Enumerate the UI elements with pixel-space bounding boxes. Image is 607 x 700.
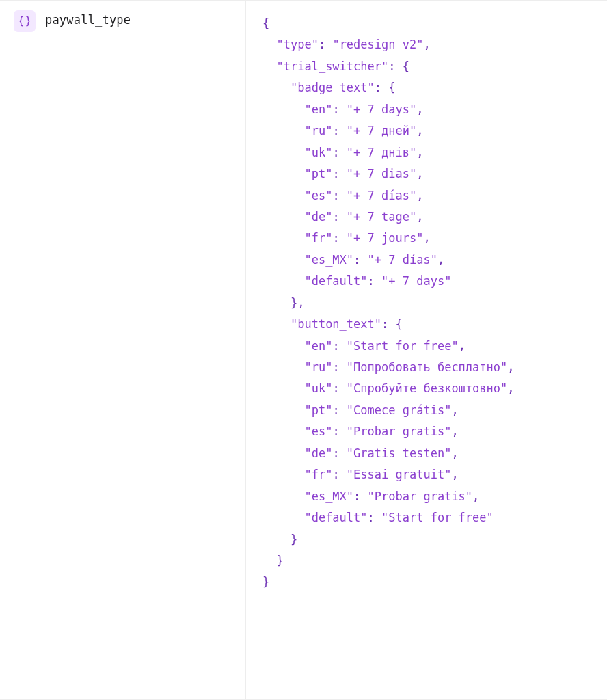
config-key: paywall_type bbox=[41, 1, 246, 699]
braces-icon bbox=[14, 10, 36, 32]
config-row: paywall_type { "type": "redesign_v2", "t… bbox=[0, 0, 607, 700]
type-icon-cell bbox=[0, 1, 41, 699]
config-value-json[interactable]: { "type": "redesign_v2", "trial_switcher… bbox=[246, 1, 607, 699]
